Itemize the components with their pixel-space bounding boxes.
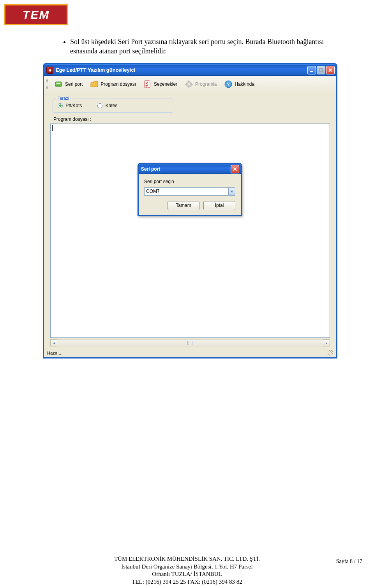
com-port-value: COM7 [146, 189, 160, 194]
status-text: Hazır … [47, 351, 63, 355]
svg-point-8 [188, 83, 190, 85]
dialog-close-button[interactable] [231, 165, 239, 173]
folder-icon [90, 79, 99, 89]
footer-line3: Orhanlı TUZLA/ İSTANBUL [0, 570, 374, 578]
com-port-combobox[interactable]: COM7 ▾ [144, 187, 235, 196]
radio-icon [58, 103, 63, 108]
serial-port-icon [54, 79, 64, 89]
close-button[interactable] [326, 66, 335, 74]
terazi-groupbox: Terazi Ptt/Kots Kates [53, 99, 173, 113]
ok-button[interactable]: Tamam [168, 201, 199, 210]
chevron-down-icon[interactable]: ▾ [228, 188, 235, 195]
toolbar-secenekler[interactable]: Seçenekler [141, 79, 179, 90]
svg-point-5 [59, 85, 60, 86]
svg-rect-6 [145, 81, 150, 88]
scroll-track[interactable] [57, 339, 323, 346]
svg-rect-0 [310, 71, 313, 72]
toolbar-seri-port[interactable]: Seri port [53, 79, 84, 90]
cancel-button-label: İptal [215, 203, 224, 208]
instruction-text: Sol üst köşedeki Seri Port yazısına tıkl… [70, 37, 343, 56]
options-icon [143, 79, 152, 89]
scroll-left-icon[interactable]: ◂ [50, 339, 57, 346]
app-window: ◆ Ege Led/PTT Yazılım güncelleyici Seri … [43, 63, 337, 358]
footer-line2: İstanbul Deri Organize Sanayi Bölgesi, 1… [0, 563, 374, 571]
svg-point-4 [57, 85, 58, 86]
instruction-list: Sol üst köşedeki Seri Port yazısına tıkl… [55, 37, 343, 56]
app-icon: ◆ [46, 67, 53, 74]
radio-kates[interactable]: Kates [97, 103, 117, 108]
groupbox-title: Terazi [56, 96, 71, 101]
window-title: Ege Led/PTT Yazılım güncelleyici [56, 67, 135, 73]
radio-icon [97, 103, 102, 108]
scroll-grip-icon [187, 341, 193, 345]
log-textarea[interactable]: Seri port Seri port seçin COM7 ▾ [50, 124, 330, 338]
radio-kates-label: Kates [106, 103, 118, 108]
dialog-label: Seri port seçin [144, 179, 235, 184]
titlebar[interactable]: ◆ Ege Led/PTT Yazılım güncelleyici [44, 64, 336, 76]
maximize-button [317, 66, 325, 74]
toolbar-program-dosyasi-label: Program dosyası [101, 81, 136, 87]
horizontal-scrollbar[interactable]: ◂ ▸ [50, 339, 330, 346]
text-caret [52, 125, 53, 131]
seri-port-dialog: Seri port Seri port seçin COM7 ▾ [138, 163, 242, 216]
toolbar-programla: Programla [183, 79, 218, 90]
scroll-right-icon[interactable]: ▸ [323, 339, 330, 346]
logo: TEM [0, 0, 374, 25]
cancel-button[interactable]: İptal [203, 201, 235, 210]
footer-line4: TEL: (0216) 394 25 25 FAX: (0216) 394 83… [0, 578, 374, 586]
toolbar-seri-port-label: Seri port [65, 81, 83, 87]
toolbar-hakkinda[interactable]: ? Hakkında [222, 79, 256, 90]
logo-text: TEM [5, 5, 67, 24]
svg-rect-1 [319, 69, 323, 72]
toolbar-program-dosyasi[interactable]: Program dosyası [88, 79, 138, 90]
resize-grip-icon[interactable] [328, 350, 333, 356]
program-dosyasi-label: Program dosyası : [53, 117, 332, 122]
ok-button-label: Tamam [176, 203, 191, 208]
minimize-button[interactable] [307, 66, 316, 74]
svg-text:?: ? [227, 81, 230, 87]
gear-icon [184, 79, 194, 89]
page-footer: TÜM ELEKTRONİK MÜHENDİSLİK SAN. TİC. LTD… [0, 555, 374, 586]
statusbar: Hazır … [44, 349, 336, 357]
footer-line1: TÜM ELEKTRONİK MÜHENDİSLİK SAN. TİC. LTD… [0, 555, 374, 563]
dialog-title: Seri port [141, 166, 160, 172]
dialog-titlebar[interactable]: Seri port [139, 164, 241, 174]
toolbar: Seri port Program dosyası Seçenekler Pro… [44, 76, 336, 93]
client-area: Terazi Ptt/Kots Kates Program dosyası : [44, 93, 336, 349]
toolbar-hakkinda-label: Hakkında [235, 81, 254, 87]
toolbar-programla-label: Programla [195, 81, 217, 87]
radio-ptt-kots[interactable]: Ptt/Kots [58, 103, 82, 108]
help-icon: ? [224, 79, 233, 89]
svg-rect-3 [56, 83, 60, 84]
toolbar-secenekler-label: Seçenekler [154, 81, 177, 87]
toolbar-grip[interactable] [46, 79, 48, 89]
radio-ptt-kots-label: Ptt/Kots [65, 103, 82, 108]
